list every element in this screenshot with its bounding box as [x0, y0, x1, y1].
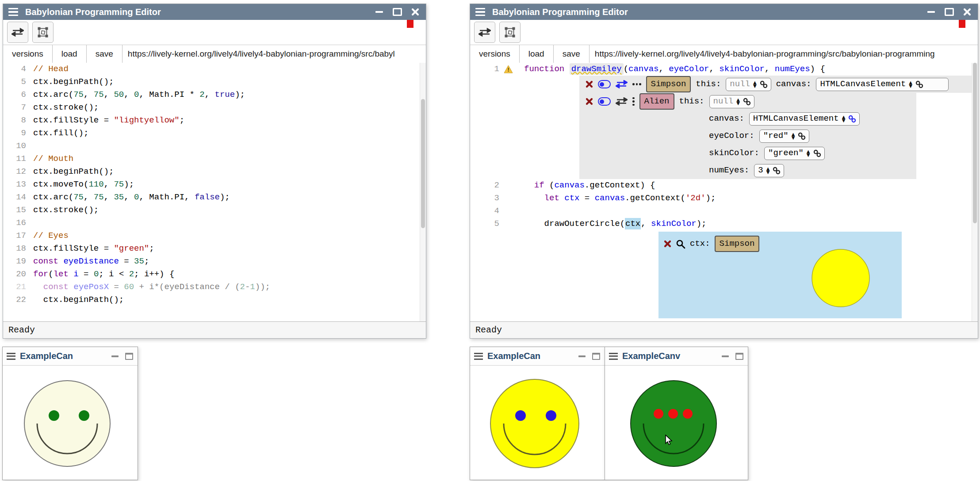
load-button[interactable]: load: [53, 45, 87, 63]
example-badge[interactable]: Simpson: [646, 76, 691, 92]
smiley-canvas[interactable]: [3, 365, 138, 480]
url-field[interactable]: https://lively-kernel.org/lively4/lively…: [122, 45, 426, 63]
minimize-button[interactable]: [722, 355, 729, 357]
code-line[interactable]: 2 if (canvas.getContext) {: [470, 179, 978, 192]
link-icon[interactable]: [760, 80, 768, 88]
code-text[interactable]: ctx.fillStyle = "green";: [33, 242, 154, 255]
transform-marquee-button[interactable]: [32, 22, 54, 43]
code-line[interactable]: 13ctx.moveTo(110, 75);: [3, 178, 426, 191]
value-dropdown[interactable]: null▲▼: [709, 95, 754, 108]
code-line[interactable]: 8ctx.fillStyle = "lightyellow";: [3, 114, 426, 127]
link-icon[interactable]: [848, 115, 856, 123]
code-line[interactable]: 22 ctx.beginPath();: [3, 294, 426, 306]
code-line[interactable]: 6ctx.arc(75, 75, 50, 0, Math.PI * 2, tru…: [3, 88, 426, 101]
link-icon[interactable]: [743, 98, 751, 106]
swap-arrows-button[interactable]: [474, 22, 495, 43]
stepper-icon[interactable]: ▲▼: [909, 81, 912, 88]
transform-marquee-button[interactable]: [499, 22, 521, 43]
code-text[interactable]: // Head: [33, 63, 69, 76]
stepper-icon[interactable]: ▲▼: [736, 98, 740, 105]
code-text[interactable]: drawOuterCircle(ctx, skinColor);: [524, 218, 707, 230]
maximize-button[interactable]: [393, 8, 402, 16]
smiley-canvas[interactable]: [605, 365, 748, 480]
code-line[interactable]: 3 let ctx = canvas.getContext('2d');: [470, 192, 978, 205]
value-dropdown[interactable]: 3▲▼: [754, 164, 784, 177]
code-text[interactable]: let ctx = canvas.getContext('2d');: [524, 192, 716, 205]
code-text[interactable]: // Mouth: [33, 153, 73, 165]
stepper-icon[interactable]: ▲▼: [842, 115, 846, 122]
code-line[interactable]: 20for(let i = 0; i < 2; i++) {: [3, 268, 426, 281]
value-dropdown[interactable]: HTMLCanvasElement▲▼: [749, 112, 860, 126]
code-text[interactable]: if (canvas.getContext) {: [524, 179, 655, 192]
link-icon[interactable]: [915, 80, 923, 88]
code-line[interactable]: 1!function drawSmiley(canvas, eyeColor, …: [470, 63, 978, 76]
menu-icon[interactable]: [474, 353, 483, 360]
link-icon[interactable]: [773, 167, 781, 175]
code-text[interactable]: const eyeDistance = 35;: [33, 255, 149, 268]
scrollbar-thumb[interactable]: [421, 99, 425, 229]
delete-probe-icon[interactable]: [664, 240, 671, 248]
example-badge[interactable]: Alien: [639, 93, 674, 110]
code-line[interactable]: 5ctx.beginPath();: [3, 76, 426, 88]
value-dropdown[interactable]: "red"▲▼: [759, 130, 810, 143]
code-text[interactable]: const eyePosX = 60 + i*(eyeDistance / (2…: [33, 281, 270, 294]
scrollbar[interactable]: [972, 63, 978, 321]
stepper-icon[interactable]: ▲▼: [753, 81, 757, 88]
code-text[interactable]: ctx.stroke();: [33, 204, 99, 217]
code-text[interactable]: ctx.fillStyle = "lightyellow";: [33, 114, 184, 127]
maximize-button[interactable]: [592, 353, 600, 360]
link-icon[interactable]: [798, 132, 806, 140]
value-dropdown[interactable]: "green"▲▼: [764, 147, 825, 160]
code-text[interactable]: ctx.beginPath();: [33, 76, 114, 88]
value-dropdown[interactable]: null▲▼: [726, 78, 771, 91]
code-line[interactable]: 4// Head: [3, 63, 426, 76]
code-line[interactable]: 14ctx.arc(75, 75, 35, 0, Math.PI, false)…: [3, 191, 426, 204]
save-button[interactable]: save: [554, 45, 590, 63]
menu-icon[interactable]: [475, 8, 485, 16]
delete-example-icon[interactable]: [586, 98, 593, 105]
stepper-icon[interactable]: ▲▼: [766, 167, 770, 174]
load-button[interactable]: load: [520, 45, 554, 63]
value-dropdown[interactable]: HTMLCanvasElement▲▼: [816, 78, 949, 91]
close-button[interactable]: [964, 8, 971, 15]
save-button[interactable]: save: [87, 45, 122, 63]
code-line[interactable]: 10: [3, 140, 426, 153]
inspect-icon[interactable]: [676, 239, 685, 249]
code-line[interactable]: 5 drawOuterCircle(ctx, skinColor);: [470, 218, 978, 230]
code-line[interactable]: 4: [470, 205, 978, 218]
delete-example-icon[interactable]: [586, 80, 593, 88]
code-line[interactable]: 17// Eyes: [3, 229, 426, 242]
menu-icon[interactable]: [8, 8, 18, 16]
link-icon[interactable]: [813, 149, 821, 157]
code-line[interactable]: 21 const eyePosX = 60 + i*(eyeDistance /…: [3, 281, 426, 294]
probe-toggle[interactable]: [598, 80, 611, 88]
code-line[interactable]: 11// Mouth: [3, 153, 426, 165]
maximize-button[interactable]: [735, 353, 743, 360]
swap-example-icon[interactable]: [616, 97, 628, 106]
minimize-button[interactable]: [375, 11, 383, 13]
minimize-button[interactable]: [927, 11, 935, 13]
swap-arrows-button[interactable]: [7, 22, 28, 43]
code-text[interactable]: ctx.stroke();: [33, 101, 99, 114]
menu-icon[interactable]: [7, 353, 15, 360]
code-text[interactable]: for(let i = 0; i < 2; i++) {: [33, 268, 174, 281]
code-text[interactable]: ctx.fill();: [33, 127, 88, 140]
code-text[interactable]: ctx.moveTo(110, 75);: [33, 178, 134, 191]
minimize-button[interactable]: [111, 355, 119, 357]
stepper-icon[interactable]: ▲▼: [792, 133, 795, 140]
versions-button[interactable]: versions: [470, 45, 520, 63]
code-editor[interactable]: 4// Head5ctx.beginPath();6ctx.arc(75, 75…: [3, 63, 426, 321]
more-options-icon[interactable]: [632, 97, 635, 106]
versions-button[interactable]: versions: [3, 45, 53, 63]
code-text[interactable]: ctx.arc(75, 75, 50, 0, Math.PI * 2, true…: [33, 88, 245, 101]
example-badge[interactable]: Simpson: [715, 236, 760, 252]
code-line[interactable]: 9ctx.fill();: [3, 127, 426, 140]
scrollbar-thumb[interactable]: [973, 63, 977, 223]
probe-toggle[interactable]: [598, 97, 611, 106]
url-field[interactable]: https://lively-kernel.org/lively4/lively…: [590, 45, 978, 63]
code-line[interactable]: 18ctx.fillStyle = "green";: [3, 242, 426, 255]
code-text[interactable]: // Eyes: [33, 229, 69, 242]
close-button[interactable]: [412, 8, 419, 15]
code-text[interactable]: ctx.arc(75, 75, 35, 0, Math.PI, false);: [33, 191, 230, 204]
scrollbar[interactable]: [420, 63, 426, 321]
